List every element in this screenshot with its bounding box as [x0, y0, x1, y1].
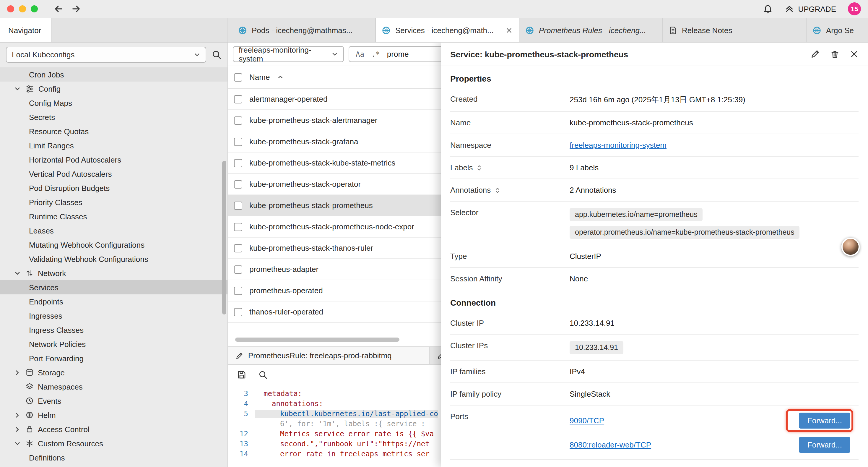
- kubeconfig-selector[interactable]: Local Kubeconfigs: [6, 47, 206, 62]
- sidebar-item-helm[interactable]: Helm: [0, 408, 227, 422]
- sidebar-item-priority-classes[interactable]: Priority Classes: [0, 195, 227, 209]
- notification-count-badge[interactable]: 15: [848, 2, 861, 16]
- sidebar-item-secrets[interactable]: Secrets: [0, 110, 227, 124]
- chevron-right-icon[interactable]: [13, 426, 21, 432]
- tab-argo-se[interactable]: Argo Se: [807, 18, 868, 42]
- sidebar-item-storage[interactable]: Storage: [0, 365, 227, 380]
- match-case-toggle[interactable]: Aa: [356, 50, 364, 58]
- port-link[interactable]: 8080:reloader-web/TCP: [569, 440, 651, 449]
- sidebar-item-network[interactable]: Network: [0, 266, 227, 280]
- kubernetes-icon: [812, 26, 821, 35]
- sidebar-item-config-maps[interactable]: Config Maps: [0, 96, 227, 110]
- kubeconfig-selector-value: Local Kubeconfigs: [12, 50, 75, 59]
- namespace-selector[interactable]: freeleaps-monitoring-system: [233, 46, 344, 62]
- sidebar-item-vertical-pod-autoscalers[interactable]: Vertical Pod Autoscalers: [0, 167, 227, 181]
- save-icon[interactable]: [237, 370, 246, 380]
- chevron-down-icon[interactable]: [13, 85, 21, 92]
- row-checkbox[interactable]: [234, 159, 242, 167]
- sidebar-item-network-policies[interactable]: Network Policies: [0, 337, 227, 351]
- sidebar-item-definitions[interactable]: Definitions: [0, 450, 227, 465]
- port-link[interactable]: 9090/TCP: [569, 416, 604, 425]
- list-horizontal-scrollbar[interactable]: [235, 338, 430, 342]
- notifications-bell-icon[interactable]: [763, 4, 773, 14]
- row-checkbox[interactable]: [234, 116, 242, 124]
- user-avatar[interactable]: [841, 238, 860, 256]
- chevron-right-icon[interactable]: [13, 412, 21, 418]
- tab-pods-icecheng-mathmas[interactable]: Pods - icecheng@mathmas...: [232, 18, 376, 42]
- traffic-lights: [7, 5, 38, 12]
- row-checkbox[interactable]: [234, 286, 242, 295]
- row-checkbox[interactable]: [234, 180, 242, 188]
- sidebar-item-events[interactable]: Events: [0, 394, 227, 408]
- sidebar-item-services[interactable]: Services: [0, 280, 227, 294]
- sidebar-item-config[interactable]: Config: [0, 82, 227, 96]
- row-value-text[interactable]: freeleaps-monitoring-system: [569, 141, 666, 150]
- zoom-window-button[interactable]: [31, 5, 38, 12]
- row-checkbox[interactable]: [234, 308, 242, 316]
- sort-ascending-icon[interactable]: [277, 74, 283, 80]
- navigator-tab[interactable]: Navigator: [0, 18, 52, 42]
- sidebar-item-endpoints[interactable]: Endpoints: [0, 294, 227, 309]
- sidebar-item-resource-quotas[interactable]: Resource Quotas: [0, 124, 227, 138]
- tab-release-notes[interactable]: Release Notes: [663, 18, 807, 42]
- navigator-sidebar: Local Kubeconfigs Cron JobsConfigConfig …: [0, 42, 228, 467]
- sidebar-item-custom-resources[interactable]: Custom Resources: [0, 436, 227, 450]
- detail-row-created: Created253d 16h 6m ago (2025年1月13日 GMT+8…: [450, 88, 859, 112]
- sidebar-item-horizontal-pod-autoscalers[interactable]: Horizontal Pod Autoscalers: [0, 152, 227, 167]
- row-checkbox[interactable]: [234, 138, 242, 146]
- row-checkbox[interactable]: [234, 223, 242, 231]
- detail-row-cluster-ip: Cluster IP10.233.14.91: [450, 312, 859, 334]
- port-line: 9090/TCPForward...: [569, 412, 850, 429]
- forward-port-button[interactable]: Forward...: [799, 437, 850, 453]
- back-button[interactable]: [52, 2, 65, 16]
- sidebar-item-port-forwarding[interactable]: Port Forwarding: [0, 351, 227, 365]
- chevron-down-icon[interactable]: [13, 270, 21, 276]
- minimize-window-button[interactable]: [19, 5, 26, 12]
- row-value-text: IPv4: [569, 367, 585, 376]
- row-checkbox[interactable]: [234, 201, 242, 209]
- sidebar-item-cron-jobs[interactable]: Cron Jobs: [0, 67, 227, 82]
- sort-updown-icon[interactable]: [476, 164, 483, 171]
- edit-service-icon[interactable]: [810, 49, 820, 59]
- row-checkbox[interactable]: [234, 265, 242, 273]
- upgrade-button[interactable]: UPGRADE: [784, 4, 836, 13]
- row-checkbox[interactable]: [234, 95, 242, 103]
- chevron-right-icon[interactable]: [13, 369, 21, 376]
- sidebar-item-namespaces[interactable]: Namespaces: [0, 380, 227, 394]
- row-checkbox[interactable]: [234, 244, 242, 252]
- line-number: 13: [228, 439, 255, 448]
- sidebar-item-pod-disruption-budgets[interactable]: Pod Disruption Budgets: [0, 181, 227, 195]
- tab-services-icecheng-math[interactable]: Services - icecheng@math...: [376, 18, 519, 42]
- sidebar-item-access-control[interactable]: Access Control: [0, 422, 227, 436]
- sidebar-controls: Local Kubeconfigs: [0, 42, 227, 66]
- forward-port-button[interactable]: Forward...: [799, 413, 850, 429]
- select-all-checkbox[interactable]: [234, 73, 242, 81]
- close-drawer-icon[interactable]: [850, 50, 859, 59]
- chevron-down-icon[interactable]: [13, 440, 21, 447]
- sidebar-item-label: Events: [38, 396, 61, 405]
- tab-prometheus-rules-icecheng[interactable]: Prometheus Rules - icecheng...: [519, 18, 663, 42]
- sidebar-item-mutating-webhook-configurations[interactable]: Mutating Webhook Configurations: [0, 238, 227, 252]
- delete-service-icon[interactable]: [830, 49, 840, 59]
- tab-label: Argo Se: [826, 26, 868, 35]
- editor-tab-prometheusrule[interactable]: PrometheusRule: freeleaps-prod-rabbitmq: [228, 347, 430, 364]
- forward-button[interactable]: [70, 2, 83, 16]
- sidebar-item-runtime-classes[interactable]: Runtime Classes: [0, 209, 227, 224]
- editor-search-icon[interactable]: [258, 370, 268, 380]
- sidebar-item-validating-webhook-configurations[interactable]: Validating Webhook Configurations: [0, 252, 227, 266]
- sort-updown-icon[interactable]: [494, 186, 500, 194]
- sidebar-item-leases[interactable]: Leases: [0, 224, 227, 238]
- close-tab-icon[interactable]: [505, 26, 513, 34]
- detail-row-cluster-ips: Cluster IPs10.233.14.91: [450, 334, 859, 360]
- regex-toggle[interactable]: .*: [371, 50, 380, 58]
- sidebar-item-limit-ranges[interactable]: Limit Ranges: [0, 138, 227, 152]
- sidebar-item-ingress-classes[interactable]: Ingress Classes: [0, 323, 227, 337]
- row-value-text: ClusterIP: [569, 252, 601, 261]
- row-label: Type: [450, 251, 569, 261]
- close-window-button[interactable]: [7, 5, 14, 12]
- sidebar-item-ingresses[interactable]: Ingresses: [0, 309, 227, 323]
- sidebar-scrollbar[interactable]: [222, 161, 226, 315]
- tab-label: Prometheus Rules - icecheng...: [539, 26, 656, 35]
- column-header-name[interactable]: Name: [249, 73, 270, 82]
- search-icon[interactable]: [212, 49, 222, 59]
